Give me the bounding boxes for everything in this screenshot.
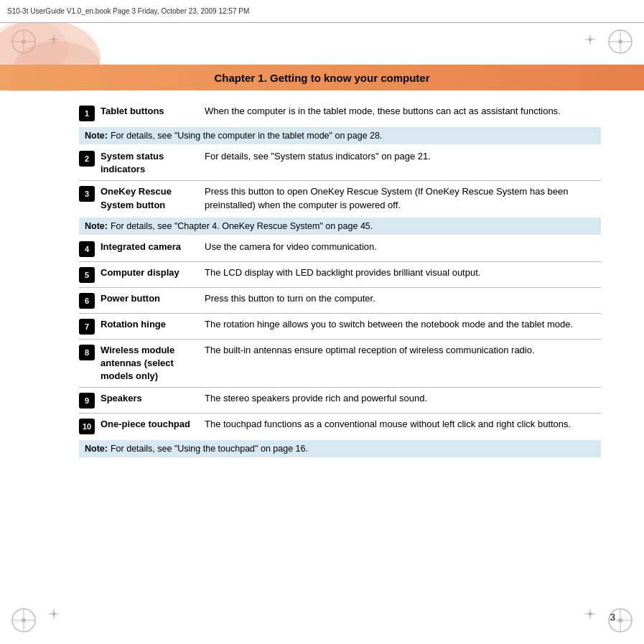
crosshair-tr xyxy=(585,34,595,45)
note-label: Note: xyxy=(85,221,108,231)
table-row: 5Computer displayThe LCD display with LE… xyxy=(79,262,601,287)
item-label: Computer display xyxy=(101,266,205,279)
table-row: 2System status indicatorsFor details, se… xyxy=(79,146,601,180)
svg-point-11 xyxy=(22,618,26,622)
item-label: System status indicators xyxy=(101,150,205,176)
item-number-badge: 5 xyxy=(79,267,95,283)
item-number-badge: 4 xyxy=(79,241,95,257)
main-content: 1Tablet buttonsWhen the computer is in t… xyxy=(79,101,601,601)
note-label: Note: xyxy=(85,444,108,454)
table-row: 4Integrated cameraUse the camera for vid… xyxy=(79,236,601,261)
item-description: Press this button to turn on the compute… xyxy=(205,292,601,305)
item-label: Wireless module antennas (select models … xyxy=(101,344,205,383)
svg-point-15 xyxy=(618,618,622,622)
item-description: The built-in antennas ensure optimal rec… xyxy=(205,344,601,357)
item-description: The LCD display with LED backlight provi… xyxy=(205,266,601,279)
item-number-badge: 8 xyxy=(79,345,95,360)
table-row: 1Tablet buttonsWhen the computer is in t… xyxy=(79,101,601,126)
table-row: 8Wireless module antennas (select models… xyxy=(79,340,601,388)
item-number-badge: 7 xyxy=(79,319,95,335)
item-number-badge: 9 xyxy=(79,393,95,409)
svg-point-7 xyxy=(618,39,622,44)
corner-decoration-tr xyxy=(607,29,633,55)
header-text: S10-3t UserGuide V1.0_en.book Page 3 Fri… xyxy=(7,7,249,15)
note-text: For details, see "Using the computer in … xyxy=(111,131,383,141)
table-row: 6Power buttonPress this button to turn o… xyxy=(79,288,601,313)
item-label: Power button xyxy=(101,292,205,305)
item-description: The touchpad functions as a conventional… xyxy=(205,418,601,431)
table-row: 3OneKey Rescue System buttonPress this b… xyxy=(79,181,601,215)
note-text: For details, see "Chapter 4. OneKey Resc… xyxy=(111,221,373,231)
item-description: When the computer is in the tablet mode,… xyxy=(205,105,601,118)
note-text: For details, see "Using the touchpad" on… xyxy=(111,444,308,454)
corner-decoration-bl xyxy=(11,607,37,633)
chapter-heading: Chapter 1. Getting to know your computer xyxy=(0,65,644,90)
item-description: Press this button to open OneKey Rescue … xyxy=(205,185,601,211)
item-label: OneKey Rescue System button xyxy=(101,185,205,211)
table-row: 7Rotation hingeThe rotation hinge allows… xyxy=(79,314,601,339)
item-number-badge: 3 xyxy=(79,186,95,202)
header-bar: S10-3t UserGuide V1.0_en.book Page 3 Fri… xyxy=(0,0,644,23)
page-number: 3 xyxy=(610,612,615,622)
item-label: Tablet buttons xyxy=(101,105,205,118)
chapter-title: Chapter 1. Getting to know your computer xyxy=(214,72,429,84)
item-number-badge: 6 xyxy=(79,293,95,309)
note-row: Note: For details, see "Chapter 4. OneKe… xyxy=(79,218,601,235)
item-label: Speakers xyxy=(101,392,205,405)
item-label: One-piece touchpad xyxy=(101,418,205,431)
item-description: The stereo speakers provide rich and pow… xyxy=(205,392,601,405)
crosshair-br xyxy=(585,609,595,619)
item-description: For details, see "System status indicato… xyxy=(205,150,601,163)
note-label: Note: xyxy=(85,131,108,141)
note-row: Note: For details, see "Using the touchp… xyxy=(79,440,601,457)
item-label: Integrated camera xyxy=(101,241,205,253)
table-row: 9SpeakersThe stereo speakers provide ric… xyxy=(79,388,601,413)
note-row: Note: For details, see "Using the comput… xyxy=(79,127,601,144)
item-description: The rotation hinge allows you to switch … xyxy=(205,318,601,331)
table-row: 10One-piece touchpadThe touchpad functio… xyxy=(79,414,601,439)
item-description: Use the camera for video communication. xyxy=(205,241,601,253)
item-number-badge: 10 xyxy=(79,419,95,434)
item-label: Rotation hinge xyxy=(101,318,205,331)
item-number-badge: 2 xyxy=(79,151,95,167)
crosshair-bl xyxy=(49,609,59,619)
item-number-badge: 1 xyxy=(79,106,95,121)
